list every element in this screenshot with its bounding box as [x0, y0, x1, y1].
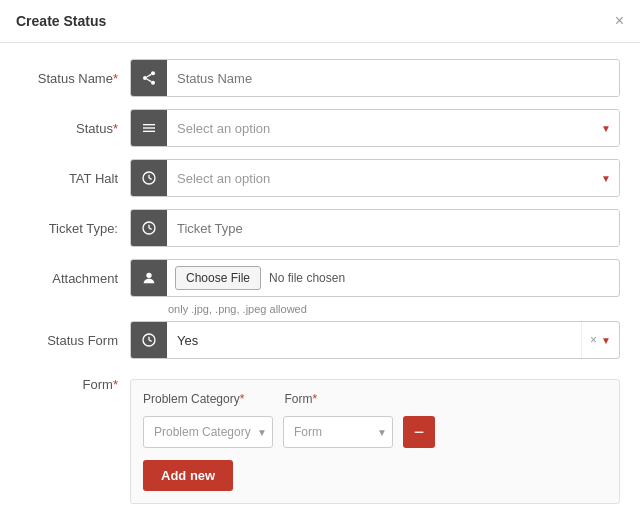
svg-point-1 — [143, 76, 147, 80]
svg-rect-6 — [143, 127, 155, 128]
status-row: Status* Select an option ▼ — [20, 109, 620, 147]
status-label: Status* — [20, 121, 130, 136]
person-icon — [131, 260, 167, 296]
svg-line-10 — [149, 178, 152, 179]
clock-icon-3 — [131, 322, 167, 358]
status-name-input-group — [130, 59, 620, 97]
clock-icon — [131, 160, 167, 196]
status-select[interactable]: Select an option — [167, 110, 619, 146]
tat-halt-input-group: Select an option ▼ — [130, 159, 620, 197]
remove-form-row-button[interactable]: − — [403, 416, 435, 448]
attachment-input-group: Choose File No file chosen — [130, 259, 620, 297]
status-name-label: Status Name* — [20, 71, 130, 86]
add-new-button[interactable]: Add new — [143, 460, 233, 491]
svg-line-13 — [149, 228, 152, 229]
status-select-wrapper: Select an option ▼ — [167, 110, 619, 146]
svg-line-4 — [147, 74, 152, 77]
chevron-down-icon-3[interactable]: ▼ — [601, 335, 611, 346]
ticket-type-row: Ticket Type: — [20, 209, 620, 247]
form-row: Form* Problem Category* Form* Problem Ca… — [20, 371, 620, 504]
clear-icon[interactable]: × — [590, 333, 597, 347]
no-file-text: No file chosen — [269, 271, 345, 285]
svg-rect-5 — [143, 124, 155, 125]
attachment-hint: only .jpg, .png, .jpeg allowed — [168, 303, 620, 315]
form-label: Form* — [20, 371, 130, 392]
tat-halt-label: TAT Halt — [20, 171, 130, 186]
status-form-label: Status Form — [20, 333, 130, 348]
menu-icon — [131, 110, 167, 146]
svg-point-0 — [151, 71, 155, 75]
form-col-label: Form* — [284, 392, 317, 406]
attachment-row: Attachment Choose File No file chosen — [20, 259, 620, 297]
svg-line-17 — [149, 340, 152, 341]
form-select[interactable]: Form — [283, 416, 393, 448]
clock-icon-2 — [131, 210, 167, 246]
create-status-modal: Create Status × Status Name* Status* — [0, 0, 640, 512]
required-star-2: * — [113, 121, 118, 136]
form-dropdown-wrap: Form ▼ — [283, 416, 393, 448]
status-form-value: Yes — [167, 322, 581, 358]
svg-rect-7 — [143, 131, 155, 132]
choose-file-button[interactable]: Choose File — [175, 266, 261, 290]
svg-line-3 — [147, 79, 152, 82]
tat-halt-select-wrapper: Select an option ▼ — [167, 160, 619, 196]
ticket-type-label: Ticket Type: — [20, 221, 130, 236]
status-name-input[interactable] — [167, 60, 619, 96]
status-name-row: Status Name* — [20, 59, 620, 97]
ticket-type-input-group — [130, 209, 620, 247]
problem-category-select[interactable]: Problem Category — [143, 416, 273, 448]
tat-halt-row: TAT Halt Select an option ▼ — [20, 159, 620, 197]
problem-category-dropdown-wrap: Problem Category ▼ — [143, 416, 273, 448]
form-section: Problem Category* Form* Problem Category… — [130, 379, 620, 504]
attachment-inner: Choose File No file chosen — [167, 262, 619, 294]
status-input-group: Select an option ▼ — [130, 109, 620, 147]
sf-controls: × ▼ — [581, 322, 619, 358]
status-form-group: Yes × ▼ — [130, 321, 620, 359]
share-icon — [131, 60, 167, 96]
modal-title: Create Status — [16, 13, 106, 29]
svg-point-14 — [146, 273, 151, 278]
svg-point-2 — [151, 81, 155, 85]
modal-header: Create Status × — [0, 0, 640, 43]
modal-close-x[interactable]: × — [615, 12, 624, 30]
attachment-label: Attachment — [20, 271, 130, 286]
problem-category-col-label: Problem Category* — [143, 392, 244, 406]
form-section-row: Problem Category ▼ Form ▼ − — [143, 416, 607, 448]
required-star-3: * — [113, 377, 118, 392]
tat-halt-select[interactable]: Select an option — [167, 160, 619, 196]
status-form-row: Status Form Yes × ▼ — [20, 321, 620, 359]
modal-body: Status Name* Status* Select an opti — [0, 43, 640, 512]
required-star: * — [113, 71, 118, 86]
form-section-header: Problem Category* Form* — [143, 392, 607, 406]
ticket-type-input[interactable] — [167, 210, 619, 246]
